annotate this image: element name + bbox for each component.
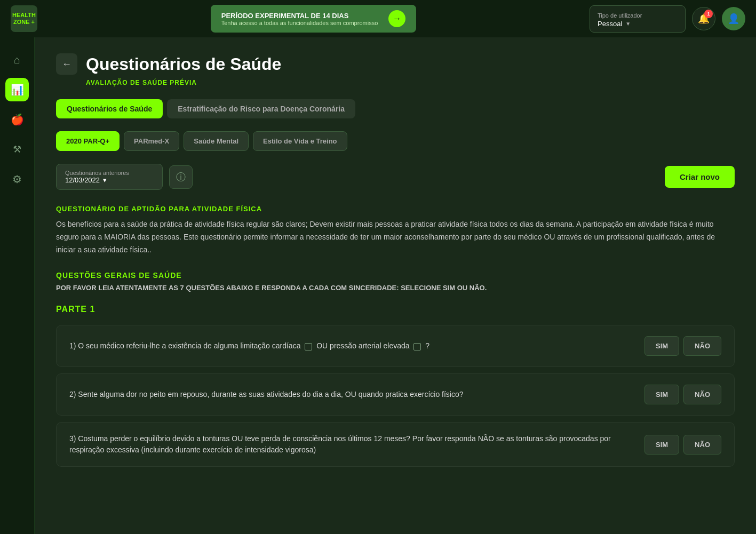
back-button[interactable]: ← [56,53,77,75]
sidebar-item-exercise[interactable]: ⚒ [5,138,29,161]
trial-title: PERÍODO EXPERIMENTAL DE 14 DIAS [221,12,378,20]
sidebar-item-settings[interactable]: ⚙ [5,168,29,191]
sidebar: ⌂ 📊 🍎 ⚒ ⚙ [0,37,35,534]
prev-questionnaire-dropdown[interactable]: Questionários anteriores 12/03/2022 ▾ [56,164,163,190]
question-1-row: 1) O seu médico referiu-lhe a existência… [56,325,735,367]
notification-badge: 1 [704,10,713,18]
question-2-row: 2) Sente alguma dor no peito em repouso,… [56,373,735,416]
prev-questionnaire-date: 12/03/2022 ▾ [65,176,154,184]
q3-sim-button[interactable]: SIM [644,435,679,455]
q2-nao-button[interactable]: NÃO [683,385,721,404]
sub-tab-parmedx[interactable]: PARmed-X [124,131,179,151]
info-button[interactable]: ⓘ [169,165,193,189]
general-health-title: QUESTÕES GERAIS DE SAÚDE [56,271,735,280]
tab-questionarios[interactable]: Questionários de Saúde [56,99,163,118]
question-3-answers: SIM NÃO [644,435,721,455]
main-content: ← Questionários de Saúde AVALIAÇÃO DE SA… [35,37,756,534]
settings-icon: ⚙ [12,173,22,186]
page-subtitle: AVALIAÇÃO DE SAÚDE PRÉVIA [86,79,735,86]
questionnaire-description: Os benefícios para a saúde da prática de… [56,218,735,256]
main-tabs: Questionários de Saúde Estratificação do… [56,99,735,118]
exercise-icon: ⚒ [13,144,21,155]
sub-tabs: 2020 PAR-Q+ PARmed-X Saúde Mental Estilo… [56,131,735,151]
user-type-label: Tipo de utilizador [598,12,642,19]
checkbox-1b[interactable] [413,343,421,350]
question-1-text: 1) O seu médico referiu-lhe a existência… [69,340,634,352]
question-3-text: 3) Costuma perder o equilíbrio devido a … [69,433,634,456]
sidebar-item-nutrition[interactable]: 🍎 [5,108,29,131]
question-2-answers: SIM NÃO [644,385,721,404]
question-3-row: 3) Costuma perder o equilíbrio devido a … [56,422,735,467]
sidebar-item-home[interactable]: ⌂ [5,48,29,71]
chart-icon: 📊 [11,83,24,96]
user-type-value: Pessoal ▼ [598,20,678,28]
avatar-btn[interactable]: 👤 [722,7,745,30]
nutrition-icon: 🍎 [11,113,24,126]
checkbox-1a[interactable] [305,343,312,350]
sub-tab-parq[interactable]: 2020 PAR-Q+ [56,131,120,151]
logo-line2: ZONE [13,19,30,25]
logo: HEALTH ZONE + [11,5,37,32]
page-title: Questionários de Saúde [86,54,281,74]
dropdown-arrow-icon: ▾ [103,176,107,184]
toolbar: Questionários anteriores 12/03/2022 ▾ ⓘ … [56,164,735,190]
nav-right: Tipo de utilizador Pessoal ▼ 🔔 1 👤 [590,5,745,33]
question-2-text: 2) Sente alguma dor no peito em repouso,… [69,389,634,400]
tab-estratificacao[interactable]: Estratificação do Risco para Doença Coro… [167,99,355,118]
page-header: ← Questionários de Saúde [56,53,735,75]
q3-nao-button[interactable]: NÃO [683,435,721,455]
main-layout: ⌂ 📊 🍎 ⚒ ⚙ ← Questionários de Saúde AVALI… [0,37,756,534]
top-nav: HEALTH ZONE + PERÍODO EXPERIMENTAL DE 14… [0,0,756,37]
create-new-button[interactable]: Criar novo [665,166,735,188]
q2-sim-button[interactable]: SIM [644,385,679,404]
instructions: POR FAVOR LEIA ATENTAMENTE AS 7 QUESTÕES… [56,284,735,292]
trial-arrow-btn[interactable]: → [388,10,405,27]
trial-banner: PERÍODO EXPERIMENTAL DE 14 DIAS Tenha ac… [211,5,417,33]
sidebar-item-chart[interactable]: 📊 [5,78,29,101]
logo-area: HEALTH ZONE + [11,5,37,32]
logo-icon: + [31,19,35,25]
sub-tab-saude-mental[interactable]: Saúde Mental [184,131,249,151]
q1-sim-button[interactable]: SIM [644,336,679,356]
trial-text: PERÍODO EXPERIMENTAL DE 14 DIAS Tenha ac… [221,12,378,26]
user-type-dropdown[interactable]: Tipo de utilizador Pessoal ▼ [590,5,686,33]
trial-subtitle: Tenha acesso a todas as funcionalidades … [221,20,378,26]
info-icon: ⓘ [176,171,186,184]
prev-questionnaire-label: Questionários anteriores [65,170,154,176]
part1-title: PARTE 1 [56,305,735,314]
logo-line1: HEALTH [12,12,36,18]
questionnaire-section-title: QUESTIONÁRIO DE APTIDÃO PARA ATIVIDADE F… [56,205,735,213]
sub-tab-estilo-vida[interactable]: Estilo de Vida e Treino [253,131,347,151]
question-1-answers: SIM NÃO [644,336,721,356]
q1-nao-button[interactable]: NÃO [683,336,721,356]
chevron-down-icon: ▼ [625,21,631,27]
home-icon: ⌂ [14,54,20,66]
notifications-btn[interactable]: 🔔 1 [692,7,715,30]
user-icon: 👤 [728,13,739,25]
